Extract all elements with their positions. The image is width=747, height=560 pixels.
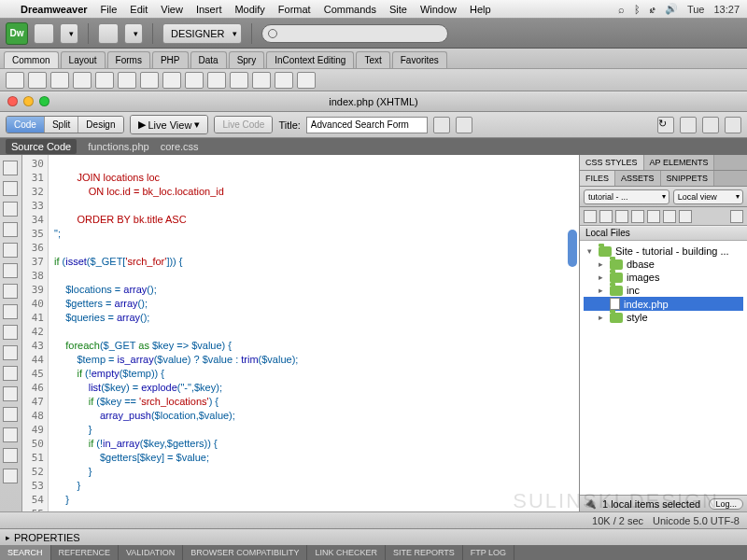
rail-highlight-icon[interactable] — [3, 284, 18, 299]
menu-modify[interactable]: Modify — [234, 4, 264, 15]
tab-reference[interactable]: REFERENCE — [51, 545, 120, 560]
tab-common[interactable]: Common — [4, 51, 59, 68]
extend-dropdown[interactable] — [124, 23, 143, 44]
insert-script-icon[interactable] — [252, 72, 271, 89]
tab-text[interactable]: Text — [356, 51, 389, 68]
menu-edit[interactable]: Edit — [130, 4, 148, 15]
view-dropdown[interactable]: Local view — [673, 189, 743, 204]
tab-layout[interactable]: Layout — [61, 51, 106, 68]
tab-favorites[interactable]: Favorites — [392, 51, 447, 68]
put-icon[interactable] — [631, 210, 644, 223]
related-file-functions[interactable]: functions.php — [88, 141, 148, 152]
related-file-source[interactable]: Source Code — [6, 139, 77, 154]
rail-format-icon[interactable] — [3, 407, 18, 422]
tab-incontext[interactable]: InContext Editing — [266, 51, 354, 68]
insert-date-icon[interactable] — [162, 72, 181, 89]
menu-format[interactable]: Format — [278, 4, 311, 15]
rail-open-docs-icon[interactable] — [3, 161, 18, 175]
log-button[interactable]: Log... — [709, 498, 743, 510]
view-code-button[interactable]: Code — [7, 117, 45, 133]
tab-validation[interactable]: VALIDATION — [119, 545, 183, 560]
tab-data[interactable]: Data — [190, 51, 227, 68]
tab-php[interactable]: PHP — [152, 51, 189, 68]
insert-head-icon[interactable] — [230, 72, 248, 89]
rail-syntax-icon[interactable] — [3, 304, 18, 319]
app-menu[interactable]: Dreamweaver — [21, 4, 88, 15]
tree-row[interactable]: ▸dbase — [584, 258, 743, 271]
vertical-scrollbar[interactable] — [568, 230, 577, 267]
tab-spry[interactable]: Spry — [229, 51, 265, 68]
view-split-button[interactable]: Split — [45, 117, 78, 133]
checkin-icon[interactable] — [663, 210, 676, 223]
insert-templates-icon[interactable] — [275, 72, 293, 89]
rail-indent-icon[interactable] — [3, 366, 18, 381]
check-icon[interactable] — [725, 117, 741, 133]
tab-snippets[interactable]: SNIPPETS — [661, 171, 715, 186]
insert-hyperlink-icon[interactable] — [6, 72, 24, 89]
tab-css-styles[interactable]: CSS STYLES — [580, 155, 644, 170]
rail-collapse-icon[interactable] — [3, 181, 18, 196]
file-tree[interactable]: ▾Site - tutorial - building ...▸dbase▸im… — [580, 241, 747, 495]
tree-row[interactable]: ▸inc — [584, 284, 743, 297]
tree-row[interactable]: ▾Site - tutorial - building ... — [584, 245, 743, 258]
rail-snippets-icon[interactable] — [3, 345, 18, 360]
insert-table-icon[interactable] — [73, 72, 92, 89]
rail-line-numbers-icon[interactable] — [3, 263, 18, 278]
tab-browser-compat[interactable]: BROWSER COMPATIBILITY — [183, 545, 307, 560]
menu-site[interactable]: Site — [389, 4, 407, 15]
menu-commands[interactable]: Commands — [324, 4, 376, 15]
tab-site-reports[interactable]: SITE REPORTS — [386, 545, 463, 560]
page-title-input[interactable] — [306, 117, 428, 133]
insert-tag-icon[interactable] — [297, 72, 316, 89]
rail-outdent-icon[interactable] — [3, 386, 18, 401]
rail-wrap-icon[interactable] — [3, 448, 18, 463]
insert-image-icon[interactable] — [118, 72, 136, 89]
rail-expand-icon[interactable] — [3, 202, 18, 217]
view-design-button[interactable]: Design — [78, 117, 122, 133]
rail-auto-indent-icon[interactable] — [3, 325, 18, 340]
properties-panel[interactable]: ▸ PROPERTIES — [0, 528, 747, 545]
code-editor[interactable]: 30 31 32 33 34 35 36 37 38 39 40 41 42 4… — [22, 155, 579, 511]
tree-row[interactable]: ▸images — [584, 271, 743, 284]
refresh-files-icon[interactable] — [599, 210, 613, 223]
menu-window[interactable]: Window — [420, 4, 457, 15]
live-code-button[interactable]: Live Code — [215, 117, 272, 133]
tab-assets[interactable]: ASSETS — [615, 171, 661, 186]
options-icon[interactable] — [680, 117, 697, 133]
rail-recent-icon[interactable] — [3, 469, 18, 483]
insert-anchor-icon[interactable] — [50, 72, 69, 89]
rail-comment-icon[interactable] — [3, 427, 18, 442]
spotlight-icon[interactable]: ⌕ — [618, 4, 625, 15]
search-field[interactable] — [261, 24, 448, 43]
validate-icon[interactable] — [702, 117, 719, 133]
live-view-button[interactable]: ▶Live View ▾ — [131, 116, 208, 133]
insert-ssi-icon[interactable] — [185, 72, 204, 89]
code-content[interactable]: JOIN locations loc ON loc.id = bk_loc.lo… — [49, 155, 579, 511]
tab-search-results[interactable]: SEARCH — [0, 545, 51, 560]
volume-icon[interactable]: 🔊 — [665, 3, 678, 15]
workspace-switcher[interactable]: DESIGNER — [162, 23, 242, 44]
insert-email-icon[interactable] — [28, 72, 47, 89]
properties-twisty-icon[interactable]: ▸ — [6, 533, 10, 542]
bluetooth-icon[interactable]: ᛒ — [634, 4, 641, 15]
tree-row[interactable]: ▸style — [584, 311, 743, 324]
insert-comment-icon[interactable] — [207, 72, 226, 89]
layout-btn-1[interactable] — [34, 23, 54, 44]
site-dropdown[interactable]: tutorial - ... — [584, 189, 669, 204]
checkout-icon[interactable] — [647, 210, 660, 223]
rail-select-parent-icon[interactable] — [3, 222, 18, 237]
rail-balance-icon[interactable] — [3, 243, 18, 258]
zoom-icon[interactable] — [39, 96, 49, 106]
toolbar-icon-1[interactable] — [433, 117, 450, 133]
related-file-core-css[interactable]: core.css — [161, 141, 199, 152]
minimize-icon[interactable] — [23, 96, 34, 106]
close-icon[interactable] — [7, 96, 18, 106]
insert-div-icon[interactable] — [95, 72, 114, 89]
tree-row[interactable]: index.php — [584, 297, 743, 311]
menu-insert[interactable]: Insert — [196, 4, 222, 15]
menu-file[interactable]: File — [101, 4, 118, 15]
extend-btn[interactable] — [98, 23, 119, 44]
sync-icon[interactable] — [679, 210, 692, 223]
expand-panel-icon[interactable] — [730, 210, 743, 223]
layout-dropdown[interactable] — [60, 23, 78, 44]
